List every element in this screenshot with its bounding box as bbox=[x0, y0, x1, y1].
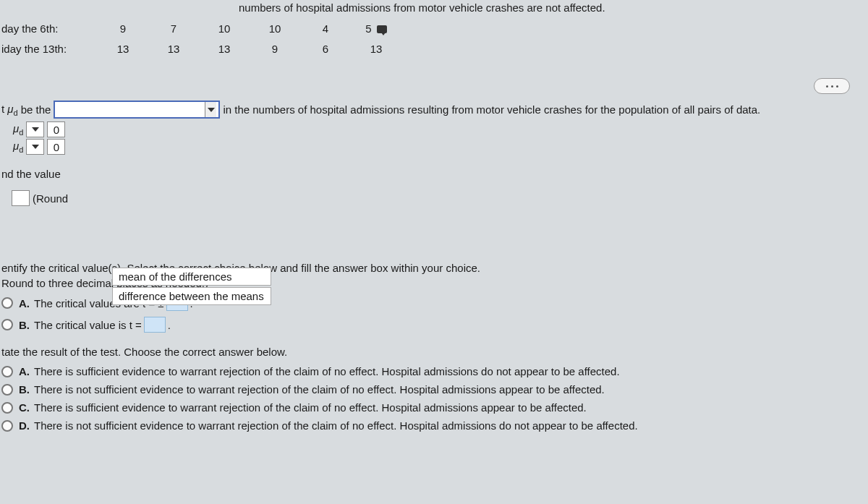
option-text: There is sufficient evidence to warrant … bbox=[34, 365, 620, 377]
chat-icon[interactable] bbox=[377, 25, 387, 33]
dropdown-option-diff-means[interactable]: difference between the means bbox=[112, 287, 271, 305]
result-option-b: B. There is not sufficient evidence to w… bbox=[0, 383, 868, 396]
mud-prefix: t μd bbox=[1, 103, 18, 117]
table-row: day the 6th: 9 7 10 10 4 5 bbox=[0, 18, 401, 38]
radio-button[interactable] bbox=[1, 319, 13, 330]
hyp-label: μd bbox=[13, 140, 23, 154]
table-row: iday the 13th: 13 13 13 9 6 13 bbox=[0, 38, 401, 59]
data-cell: 5 bbox=[351, 22, 401, 35]
hypothesis-row-h0: μd 0 bbox=[1, 121, 868, 137]
data-cell: 4 bbox=[300, 22, 351, 35]
data-cell: 13 bbox=[98, 43, 148, 55]
h0-value-input[interactable]: 0 bbox=[47, 121, 65, 137]
result-option-d: D. There is not sufficient evidence to w… bbox=[0, 419, 868, 432]
mud-after: in the numbers of hospital admissions re… bbox=[223, 103, 760, 116]
row-label-13th: iday the 13th: bbox=[0, 43, 98, 55]
option-text: The critical value is t = bbox=[34, 319, 142, 331]
data-table: day the 6th: 9 7 10 10 4 5 iday the 13th… bbox=[0, 18, 401, 59]
chevron-down-icon bbox=[205, 102, 216, 117]
radio-button[interactable] bbox=[1, 366, 13, 377]
find-value-text: nd the value bbox=[1, 168, 61, 180]
h1-value-input[interactable]: 0 bbox=[47, 139, 65, 155]
data-cell: 6 bbox=[300, 43, 351, 55]
problem-intro-text: numbers of hospital admissions from moto… bbox=[239, 1, 605, 14]
option-letter: B. bbox=[19, 319, 30, 331]
hyp-label: μd bbox=[13, 122, 23, 137]
row-label-6th: day the 6th: bbox=[0, 22, 98, 35]
chevron-down-icon bbox=[32, 127, 39, 132]
dropdown-options-popup: mean of the differences difference betwe… bbox=[112, 268, 271, 307]
mud-definition-line: t μd be the in the numbers of hospital a… bbox=[0, 101, 868, 119]
radio-button[interactable] bbox=[1, 420, 13, 432]
option-text: There is not sufficient evidence to warr… bbox=[34, 383, 605, 396]
option-letter: B. bbox=[19, 383, 30, 396]
hypothesis-row-h1: μd 0 bbox=[1, 139, 868, 155]
data-cell: 9 bbox=[98, 22, 148, 35]
radio-button[interactable] bbox=[1, 384, 13, 396]
data-cell: 10 bbox=[199, 22, 250, 35]
chevron-down-icon bbox=[32, 145, 39, 149]
option-text: There is sufficient evidence to warrant … bbox=[34, 401, 587, 414]
option-letter: C. bbox=[19, 401, 30, 414]
result-option-a: A. There is sufficient evidence to warra… bbox=[0, 365, 868, 377]
radio-button[interactable] bbox=[1, 402, 13, 414]
more-options-button[interactable] bbox=[814, 78, 850, 94]
dropdown-option-mean-diff[interactable]: mean of the differences bbox=[112, 268, 271, 286]
mud-definition-dropdown[interactable] bbox=[54, 101, 220, 119]
round-text: (Round bbox=[33, 192, 68, 205]
mud-be-the: be the bbox=[21, 103, 51, 116]
h0-operator-dropdown[interactable] bbox=[26, 121, 44, 137]
data-cell: 13 bbox=[199, 43, 250, 55]
test-stat-input[interactable] bbox=[12, 190, 30, 206]
question-body: t μd be the in the numbers of hospital a… bbox=[0, 98, 868, 437]
result-option-c: C. There is sufficient evidence to warra… bbox=[0, 401, 868, 414]
option-suffix: . bbox=[168, 319, 171, 331]
data-text: 5 bbox=[365, 22, 371, 35]
critical-option-b: B. The critical value is t = . bbox=[0, 317, 868, 333]
h1-operator-dropdown[interactable] bbox=[26, 139, 44, 155]
data-cell: 9 bbox=[250, 43, 300, 55]
option-letter: A. bbox=[19, 297, 30, 309]
option-letter: D. bbox=[19, 419, 30, 432]
option-text: There is not sufficient evidence to warr… bbox=[34, 419, 638, 432]
result-instruction: tate the result of the test. Choose the … bbox=[0, 346, 868, 358]
data-cell: 13 bbox=[148, 43, 199, 55]
data-cell: 7 bbox=[148, 22, 199, 35]
round-line: (Round bbox=[0, 190, 868, 206]
radio-button[interactable] bbox=[1, 297, 13, 309]
critical-b-input[interactable] bbox=[144, 317, 166, 333]
hypotheses: μd 0 μd 0 bbox=[0, 121, 868, 155]
data-cell: 13 bbox=[351, 43, 401, 55]
find-value-line: nd the value bbox=[0, 168, 868, 180]
option-letter: A. bbox=[19, 365, 30, 377]
data-cell: 10 bbox=[250, 22, 300, 35]
